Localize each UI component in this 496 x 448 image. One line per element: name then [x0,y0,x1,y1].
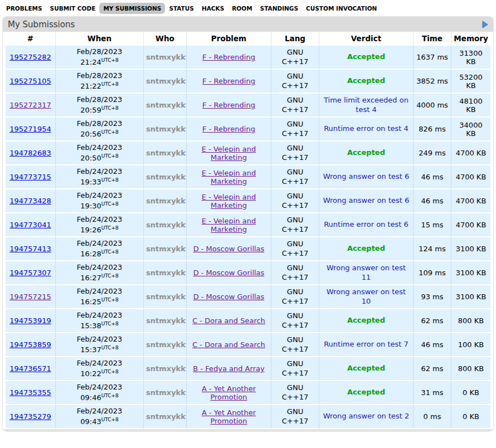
header-when: When [56,32,144,46]
submission-date: Feb/24/2023 [77,287,122,295]
problem-link[interactable]: F - Rebrending [202,77,255,85]
user-handle[interactable]: sntmxykky [146,101,187,109]
verdict-text[interactable]: Runtime error on test 6 [324,220,409,228]
submission-id-link[interactable]: 194757215 [9,293,51,301]
submission-id-cell: 194757307 [6,261,56,285]
user-handle[interactable]: sntmxykky [146,245,187,253]
submissions-tbody: 195275282 Feb/28/2023 21:24UTC+8 sntmxyk… [6,46,490,429]
expand-arrow-icon[interactable] [482,21,488,28]
nav-item-standings[interactable]: STANDINGS [256,3,302,14]
problem-link[interactable]: F - Rebrending [202,53,255,61]
problem-link[interactable]: C - Dora and Search [192,316,265,325]
problem-link[interactable]: E - Velepin and Marketing [202,217,256,233]
submission-id-link[interactable]: 195275105 [9,77,51,85]
nav-item-hacks[interactable]: HACKS [198,3,228,14]
nav-item-status[interactable]: STATUS [165,3,197,14]
timezone-label: UTC+8 [101,81,119,87]
submission-id-link[interactable]: 194735279 [9,412,51,421]
table-row: 195271954 Feb/28/2023 20:56UTC+8 sntmxyk… [6,118,490,142]
problem-link[interactable]: E - Velepin and Marketing [202,169,256,186]
language-label: GNU C++17 [279,144,312,162]
submission-id-link[interactable]: 195275282 [9,53,51,61]
problem-link[interactable]: C - Dora and Search [192,340,265,349]
nav-item-room[interactable]: ROOM [228,3,256,14]
lang-cell: GNU C++17 [271,70,319,94]
time-cell: 249 ms [414,142,451,165]
memory-cell: 53200 KB [451,70,490,94]
submission-id-link[interactable]: 194773428 [9,197,51,205]
verdict-text[interactable]: Runtime error on test 4 [324,124,409,133]
who-cell: sntmxykky [144,333,187,357]
verdict-text[interactable]: Accepted [347,364,385,372]
problem-link[interactable]: F - Rebrending [202,125,255,133]
memory-cell: 3100 KB [451,261,490,285]
submission-id-link[interactable]: 194782683 [9,149,51,157]
user-handle[interactable]: sntmxykky [146,149,187,157]
user-handle[interactable]: sntmxykky [146,269,187,277]
submission-id-link[interactable]: 195272317 [9,101,51,109]
problem-link[interactable]: A - Yet Another Promotion [202,384,256,401]
verdict-text[interactable]: Accepted [347,76,385,85]
verdict-text[interactable]: Accepted [347,52,385,61]
nav-item-custom-invocation[interactable]: CUSTOM INVOCATION [302,3,381,14]
problem-link[interactable]: A - Yet Another Promotion [202,408,256,425]
submission-time: 20:50 [80,154,101,162]
verdict-text[interactable]: Time limit exceeded on test 4 [324,96,409,114]
submission-id-link[interactable]: 194757307 [9,269,51,277]
user-handle[interactable]: sntmxykky [146,125,187,133]
lang-cell: GNU C++17 [271,94,319,118]
verdict-text[interactable]: Wrong answer on test 11 [327,264,406,281]
problem-link[interactable]: E - Velepin and Marketing [202,193,256,210]
submission-id-cell: 194757215 [6,285,56,309]
problem-link[interactable]: F - Rebrending [202,101,255,109]
problem-link[interactable]: B - Fedya and Array [193,364,264,373]
verdict-cell: Time limit exceeded on test 4 [319,94,414,118]
submission-id-link[interactable]: 195271954 [9,125,51,133]
timezone-label: UTC+8 [101,345,119,350]
submission-id-link[interactable]: 194773715 [9,173,51,181]
submission-id-link[interactable]: 194753859 [9,340,51,349]
problem-link[interactable]: D - Moscow Gorillas [193,245,265,253]
user-handle[interactable]: sntmxykky [146,293,187,301]
submission-id-link[interactable]: 194735355 [9,388,51,397]
submission-time: 15:38 [80,322,101,330]
when-cell: Feb/24/2023 16:25UTC+8 [56,285,144,309]
user-handle[interactable]: sntmxykky [146,197,187,205]
nav-item-problems[interactable]: PROBLEMS [2,3,46,14]
user-handle[interactable]: sntmxykky [146,173,187,181]
user-handle[interactable]: sntmxykky [146,53,187,61]
verdict-text[interactable]: Wrong answer on test 6 [323,172,410,181]
who-cell: sntmxykky [144,213,187,237]
user-handle[interactable]: sntmxykky [146,77,187,85]
user-handle[interactable]: sntmxykky [146,316,187,325]
verdict-text[interactable]: Wrong answer on test 10 [327,288,406,305]
verdict-cell: Accepted [319,142,414,165]
verdict-text[interactable]: Accepted [347,148,385,157]
submission-id-link[interactable]: 194753919 [9,316,51,325]
submission-id-link[interactable]: 194757413 [9,245,51,253]
verdict-text[interactable]: Wrong answer on test 2 [323,412,410,420]
user-handle[interactable]: sntmxykky [146,388,187,397]
submission-id-link[interactable]: 194736571 [9,364,51,373]
verdict-text[interactable]: Runtime error on test 7 [324,340,409,348]
user-handle[interactable]: sntmxykky [146,340,187,349]
memory-used: 4700 KB [456,197,487,205]
memory-used: 48100 KB [459,97,482,114]
user-handle[interactable]: sntmxykky [146,221,187,229]
problem-link[interactable]: D - Moscow Gorillas [193,293,265,301]
verdict-text[interactable]: Accepted [347,316,385,324]
verdict-text[interactable]: Accepted [347,388,385,396]
verdict-text[interactable]: Accepted [347,244,385,252]
submission-id-link[interactable]: 194773041 [9,221,51,229]
user-handle[interactable]: sntmxykky [146,364,187,373]
user-handle[interactable]: sntmxykky [146,412,187,421]
when-cell: Feb/24/2023 20:50UTC+8 [56,142,144,165]
verdict-text[interactable]: Wrong answer on test 6 [323,196,410,204]
nav-item-my-submissions[interactable]: MY SUBMISSIONS [99,3,165,14]
nav-item-submit-code[interactable]: SUBMIT CODE [46,3,100,14]
table-row: 194773715 Feb/24/2023 19:33UTC+8 sntmxyk… [6,165,490,189]
problem-link[interactable]: D - Moscow Gorillas [193,269,265,277]
problem-link[interactable]: E - Velepin and Marketing [202,145,256,162]
memory-cell: 4700 KB [451,213,490,237]
memory-used: 53200 KB [459,73,482,90]
